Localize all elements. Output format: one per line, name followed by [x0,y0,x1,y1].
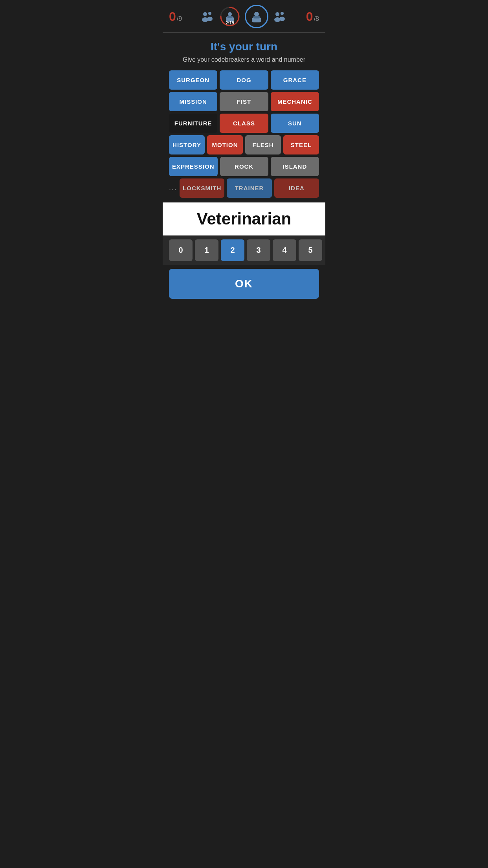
spy-icon-active [250,10,263,23]
word-sun[interactable]: SUN [271,114,319,133]
word-fist[interactable]: FIST [220,92,268,111]
num-btn-2[interactable]: 2 [221,239,244,261]
timer-left-text: 2:19 [220,20,240,25]
word-steel[interactable]: STEEL [283,135,319,154]
word-mission[interactable]: MISSION [169,92,217,111]
word-mechanic[interactable]: MECHANIC [271,92,319,111]
number-selector: 0 1 2 3 4 5 [163,235,325,265]
word-trainer[interactable]: TRAINER [227,178,272,198]
word-grid: SURGEON DOG GRACE MISSION FIST MECHANIC … [163,70,325,176]
word-motion[interactable]: MOTION [207,135,243,154]
score-right-num: 0 [306,9,313,24]
word-row-3: FURNITURE CLASS SUN [169,114,319,133]
word-class[interactable]: CLASS [220,114,268,133]
ok-button[interactable]: OK [169,269,319,299]
word-locksmith[interactable]: LOCKSMITH [180,178,224,198]
clue-input-area[interactable]: Veterinarian [163,202,325,235]
word-row-1: SURGEON DOG GRACE [169,70,319,90]
num-btn-3[interactable]: 3 [247,239,270,261]
spy-active [245,5,268,28]
score-left-denom: /9 [177,15,182,22]
team-icon-left [201,9,215,24]
num-btn-5[interactable]: 5 [299,239,322,261]
word-flesh[interactable]: FLESH [245,135,281,154]
word-surgeon[interactable]: SURGEON [169,70,217,90]
header-center: 2:19 [201,5,287,28]
num-btn-0[interactable]: 0 [169,239,193,261]
score-right: 0 /8 [306,9,319,24]
score-left: 0 /9 [169,9,182,24]
score-right-denom: /8 [314,15,319,22]
word-idea[interactable]: IDEA [274,178,319,198]
clue-word[interactable]: Veterinarian [197,210,291,228]
svg-point-3 [207,17,213,21]
word-row-5: EXPRESSION ROCK ISLAND [169,157,319,176]
word-row-4: HISTORY MOTION FLESH STEEL [169,135,319,154]
partial-row-wrapper: ... LOCKSMITH TRAINER IDEA [163,178,325,198]
team-icon-right [273,9,287,24]
num-btn-1[interactable]: 1 [195,239,218,261]
main-title: It's your turn [163,40,325,53]
svg-point-2 [208,12,211,15]
word-grace[interactable]: GRACE [271,70,319,90]
num-btn-4[interactable]: 4 [273,239,296,261]
word-expression[interactable]: EXPRESSION [169,157,218,176]
game-header: 0 /9 2:19 [163,0,325,32]
more-dots: ... [169,184,177,192]
spy-timer-left: 2:19 [220,6,240,27]
word-island[interactable]: ISLAND [271,157,319,176]
svg-point-14 [281,12,284,15]
svg-point-0 [203,12,207,16]
word-dog[interactable]: DOG [220,70,268,90]
word-history[interactable]: HISTORY [169,135,205,154]
word-row-2: MISSION FIST MECHANIC [169,92,319,111]
score-left-num: 0 [169,9,176,24]
svg-point-15 [279,17,285,21]
svg-point-12 [275,12,279,16]
header-divider [163,32,325,33]
main-subtitle: Give your codebreakers a word and number [163,56,325,63]
word-furniture[interactable]: FURNITURE [169,114,217,133]
svg-rect-11 [253,16,260,18]
word-rock[interactable]: ROCK [220,157,268,176]
